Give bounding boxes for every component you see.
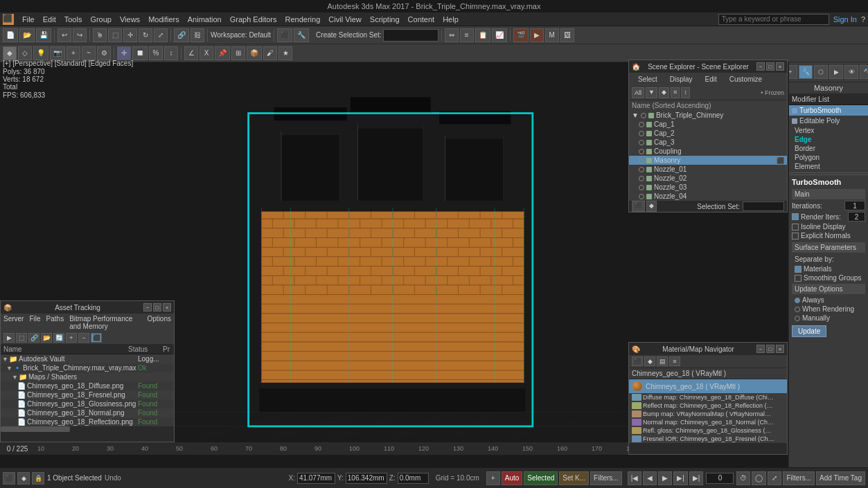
- mn-close-btn[interactable]: ×: [776, 345, 784, 353]
- main-section-header[interactable]: Main: [792, 189, 865, 199]
- at-btn2[interactable]: ⬚: [16, 333, 27, 343]
- zoom-extent-btn[interactable]: ⤢: [768, 471, 781, 485]
- se-render-masonry[interactable]: [646, 158, 652, 163]
- mn-map-bump[interactable]: Bump map: VRayNormalMap ( VRayNormalMap …: [629, 410, 787, 418]
- goto-end-btn[interactable]: ▶|: [689, 471, 704, 485]
- editable-poly-modifier[interactable]: Editable Poly: [789, 116, 868, 126]
- modify-btn[interactable]: 🔧: [799, 65, 813, 79]
- se-item-coupling[interactable]: Coupling: [629, 147, 787, 156]
- se-item-cap3[interactable]: Cap_3: [629, 138, 787, 147]
- se-tab-select[interactable]: Select: [632, 74, 664, 84]
- mn-minimize-btn[interactable]: −: [756, 345, 765, 353]
- polygon-sub[interactable]: Polygon: [789, 153, 868, 162]
- at-menu-file[interactable]: File: [29, 315, 40, 330]
- se-eye-nozzle01[interactable]: [639, 167, 644, 172]
- iterations-input[interactable]: [844, 201, 865, 210]
- se-render-cap2[interactable]: [646, 131, 652, 136]
- mn-titlebar[interactable]: 🎨 Material/Map Navigator − □ ×: [629, 343, 787, 355]
- at-btn4[interactable]: 📂: [41, 333, 52, 343]
- mn-map-fresnel[interactable]: Fresnel IOR: Chimneys_geo_18_Fresnel (Ch…: [629, 435, 787, 443]
- display-props[interactable]: ⊞: [231, 46, 245, 60]
- helpers-btn[interactable]: +: [67, 46, 80, 60]
- next-frame-btn[interactable]: ▶|: [673, 471, 688, 485]
- update-options-header[interactable]: Update Options: [792, 284, 865, 294]
- open-btn[interactable]: 📂: [19, 28, 35, 42]
- add-time-tag-btn[interactable]: Add Time Tag: [816, 471, 865, 485]
- at-btn6[interactable]: +: [66, 333, 77, 343]
- sel-set-input[interactable]: [383, 29, 439, 42]
- se-render-cap1[interactable]: [646, 122, 652, 127]
- z-coord-input[interactable]: [398, 473, 429, 484]
- render-frame-btn[interactable]: 🖼: [560, 28, 574, 42]
- render-iters-checkbox[interactable]: [792, 213, 799, 220]
- systems-btn[interactable]: ⚙: [97, 46, 111, 60]
- se-eye-coupling[interactable]: [639, 149, 644, 154]
- se-render-nozzle03[interactable]: [646, 185, 652, 190]
- search-input[interactable]: [718, 14, 829, 25]
- scale-btn[interactable]: ⤢: [154, 28, 168, 42]
- se-close-btn[interactable]: ×: [776, 62, 784, 71]
- new-btn[interactable]: 📄: [3, 28, 18, 42]
- save-btn[interactable]: 💾: [36, 28, 51, 42]
- link-btn[interactable]: 🔗: [174, 28, 189, 42]
- at-expand-vault[interactable]: ▼: [2, 356, 9, 363]
- create-btn[interactable]: +: [788, 65, 797, 79]
- at-row-diffuse[interactable]: 📄 Chimneys_geo_18_Diffuse.png Found: [1, 381, 174, 390]
- at-row-normal[interactable]: 📄 Chimneys_geo_18_Normal.png Found: [1, 408, 174, 417]
- geom-btn[interactable]: ◆: [3, 46, 17, 60]
- status-icon-2[interactable]: ◆: [17, 472, 30, 485]
- se-eye-nozzle04[interactable]: [639, 194, 644, 199]
- se-sort-btn[interactable]: ↕: [681, 87, 690, 98]
- se-item-brick-triple-chimney[interactable]: ▼ Brick_Triple_Chimney: [629, 111, 787, 120]
- se-layers-btn[interactable]: ≡: [671, 87, 680, 98]
- at-menu-server[interactable]: Server: [3, 315, 24, 330]
- se-all-btn[interactable]: All: [632, 87, 644, 98]
- at-row-chimney-file[interactable]: ▼ 🔹 Brick_Triple_Chimney.max_vray.max Ok: [1, 363, 174, 372]
- turbosmooth-modifier[interactable]: TurboSmooth: [789, 105, 868, 116]
- select-obj-btn[interactable]: 🖱: [93, 28, 107, 42]
- hierarchy-btn[interactable]: ⬡: [814, 65, 828, 79]
- snap-toggle[interactable]: 🔲: [132, 46, 148, 60]
- at-row-reflection[interactable]: 📄 Chimneys_geo_18_Reflection.png Found: [1, 417, 174, 426]
- at-btn5[interactable]: 🔄: [53, 333, 64, 343]
- layer-mgr-btn[interactable]: 📋: [475, 28, 490, 42]
- help-icon[interactable]: ?: [861, 15, 865, 24]
- at-menu-paths[interactable]: Paths: [46, 315, 64, 330]
- render-btn[interactable]: ▶: [530, 28, 544, 42]
- at-scrollbar[interactable]: [1, 426, 174, 432]
- play-btn[interactable]: ▶: [658, 471, 672, 485]
- se-item-cap2[interactable]: Cap_2: [629, 129, 787, 138]
- display-btn[interactable]: 👁: [844, 65, 858, 79]
- when-rendering-radio[interactable]: [795, 307, 800, 312]
- mn-selected-material[interactable]: Chimneys_geo_18 ( VRayMtl ): [629, 379, 787, 393]
- se-minimize-btn[interactable]: −: [756, 62, 765, 71]
- se-item-cap1[interactable]: Cap_1: [629, 120, 787, 129]
- at-btn1[interactable]: ▶: [3, 333, 15, 343]
- auto-btn[interactable]: Auto: [502, 471, 523, 485]
- mn-map-reflect[interactable]: Reflect map: Chimneys_geo_18_Reflection …: [629, 401, 787, 410]
- at-menu-bitmap[interactable]: Bitmap Performance and Memory: [69, 315, 141, 330]
- se-eye-cap3[interactable]: [639, 140, 644, 145]
- vertex-sub[interactable]: Vertex: [789, 126, 868, 135]
- sign-in-btn[interactable]: Sign In: [833, 15, 857, 24]
- mn-btn4[interactable]: ≡: [669, 356, 680, 366]
- surface-params-header[interactable]: Surface Parameters: [792, 242, 865, 253]
- at-row-fresnel[interactable]: 📄 Chimneys_geo_18_Fresnel.png Found: [1, 390, 174, 399]
- se-restore-btn[interactable]: □: [766, 62, 774, 71]
- goto-start-btn[interactable]: |◀: [628, 471, 642, 485]
- status-icon-1[interactable]: ⬛: [3, 472, 15, 485]
- edge-sub[interactable]: Edge: [789, 135, 868, 144]
- se-select-all-btn[interactable]: ◆: [646, 201, 657, 212]
- menu-content[interactable]: Content: [408, 15, 435, 24]
- at-expand-maps[interactable]: ▼: [12, 374, 19, 381]
- select-and-move[interactable]: ✛: [117, 46, 131, 60]
- mn-map-gloss[interactable]: Refl. gloss: Chimneys_geo_18_Glossiness …: [629, 426, 787, 435]
- se-eye-nozzle02[interactable]: [639, 176, 644, 181]
- set-key-btn[interactable]: Set K...: [559, 471, 589, 485]
- app-icon[interactable]: ⬛: [3, 14, 14, 25]
- at-close-btn[interactable]: ×: [163, 303, 171, 311]
- mn-btn1[interactable]: ⬛: [632, 356, 643, 366]
- always-radio[interactable]: [795, 298, 800, 303]
- se-render-coupling[interactable]: [646, 149, 652, 154]
- se-item-nozzle04[interactable]: Nozzle_04: [629, 192, 787, 201]
